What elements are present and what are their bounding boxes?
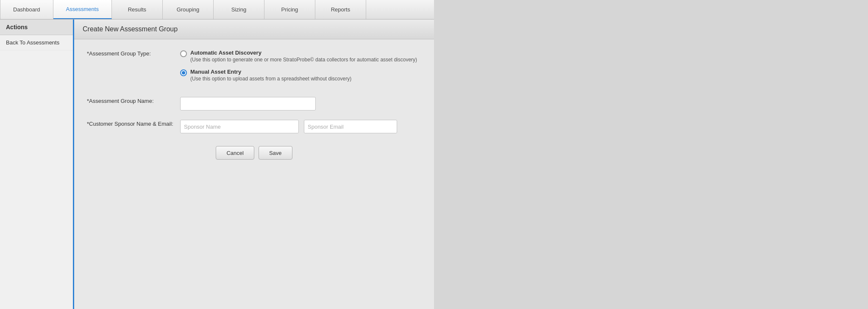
top-nav: Dashboard Assessments Results Grouping S…: [0, 0, 434, 19]
radio-automatic-desc: (Use this option to generate one or more…: [190, 57, 417, 63]
radio-manual-icon[interactable]: [180, 69, 187, 76]
group-name-input[interactable]: [180, 97, 316, 110]
form-buttons: Cancel Save: [87, 146, 421, 160]
main-layout: Actions Back To Assessments Create New A…: [0, 19, 434, 309]
radio-automatic-title: Automatic Asset Discovery: [190, 50, 417, 56]
tab-grouping[interactable]: Grouping: [163, 0, 214, 19]
sidebar-item-back-to-assessments[interactable]: Back To Assessments: [0, 35, 73, 50]
form-title: Create New Assessment Group: [74, 19, 434, 39]
sponsor-email-input[interactable]: [304, 120, 397, 133]
tab-results[interactable]: Results: [112, 0, 163, 19]
form-body: *Assessment Group Type: Automatic Asset …: [74, 39, 434, 172]
radio-automatic-icon[interactable]: [180, 50, 187, 57]
assessment-group-type-row: *Assessment Group Type: Automatic Asset …: [87, 50, 421, 88]
cancel-button[interactable]: Cancel: [216, 146, 254, 160]
group-name-input-area: [180, 97, 421, 110]
radio-manual-title: Manual Asset Entry: [190, 69, 351, 75]
tab-pricing[interactable]: Pricing: [264, 0, 315, 19]
radio-options-area: Automatic Asset Discovery (Use this opti…: [180, 50, 421, 88]
tab-dashboard[interactable]: Dashboard: [0, 0, 53, 19]
sidebar-actions-header: Actions: [0, 19, 73, 35]
save-button[interactable]: Save: [259, 146, 292, 160]
radio-manual-desc: (Use this option to upload assets from a…: [190, 76, 351, 82]
assessment-group-name-row: *Assessment Group Name:: [87, 97, 421, 110]
radio-option-manual[interactable]: Manual Asset Entry (Use this option to u…: [180, 69, 421, 82]
radio-option-automatic[interactable]: Automatic Asset Discovery (Use this opti…: [180, 50, 421, 63]
tab-reports[interactable]: Reports: [315, 0, 366, 19]
sponsor-label: *Customer Sponsor Name & Email:: [87, 120, 180, 127]
sponsor-inputs-area: [180, 120, 421, 133]
form-panel: Create New Assessment Group *Assessment …: [74, 19, 434, 172]
tab-assessments[interactable]: Assessments: [53, 0, 112, 19]
sponsor-row: *Customer Sponsor Name & Email:: [87, 120, 421, 133]
tab-sizing[interactable]: Sizing: [214, 0, 264, 19]
content-area: Create New Assessment Group *Assessment …: [74, 19, 434, 309]
assessment-group-type-label: *Assessment Group Type:: [87, 50, 180, 57]
sponsor-name-input[interactable]: [180, 120, 299, 133]
sidebar: Actions Back To Assessments: [0, 19, 74, 309]
group-name-label: *Assessment Group Name:: [87, 97, 180, 104]
